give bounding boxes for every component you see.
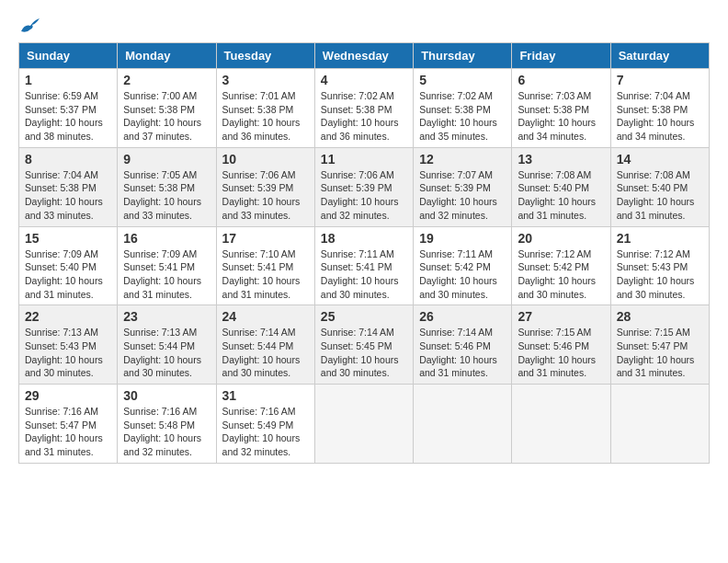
calendar-day-cell	[610, 385, 709, 464]
calendar-week-row: 15 Sunrise: 7:09 AM Sunset: 5:40 PM Dayl…	[19, 226, 710, 305]
day-info: Sunrise: 7:14 AM Sunset: 5:44 PM Dayligh…	[222, 326, 309, 380]
day-info: Sunrise: 7:04 AM Sunset: 5:38 PM Dayligh…	[617, 89, 703, 144]
calendar-day-cell: 11 Sunrise: 7:06 AM Sunset: 5:39 PM Dayl…	[314, 147, 413, 226]
day-number: 16	[123, 231, 210, 246]
day-info: Sunrise: 7:03 AM Sunset: 5:38 PM Dayligh…	[518, 89, 604, 144]
calendar-week-row: 22 Sunrise: 7:13 AM Sunset: 5:43 PM Dayl…	[19, 305, 710, 385]
day-info: Sunrise: 7:12 AM Sunset: 5:43 PM Dayligh…	[617, 247, 703, 302]
calendar-day-cell	[512, 385, 610, 464]
weekday-header: Tuesday	[216, 43, 314, 69]
day-info: Sunrise: 7:16 AM Sunset: 5:49 PM Dayligh…	[222, 405, 309, 459]
weekday-header: Friday	[512, 43, 610, 69]
day-number: 8	[25, 152, 111, 167]
weekday-header: Monday	[118, 43, 216, 69]
day-number: 21	[617, 231, 703, 246]
calendar-week-row: 29 Sunrise: 7:16 AM Sunset: 5:47 PM Dayl…	[19, 385, 710, 464]
calendar-day-cell: 13 Sunrise: 7:08 AM Sunset: 5:40 PM Dayl…	[512, 147, 610, 226]
day-info: Sunrise: 7:09 AM Sunset: 5:41 PM Dayligh…	[123, 247, 210, 302]
day-number: 5	[419, 73, 506, 87]
calendar-day-cell: 31 Sunrise: 7:16 AM Sunset: 5:49 PM Dayl…	[216, 385, 314, 464]
day-info: Sunrise: 7:09 AM Sunset: 5:40 PM Dayligh…	[25, 247, 111, 302]
day-info: Sunrise: 7:06 AM Sunset: 5:39 PM Dayligh…	[222, 168, 309, 223]
day-number: 22	[25, 309, 111, 324]
weekday-header: Sunday	[19, 43, 118, 69]
calendar-day-cell	[414, 385, 512, 464]
calendar-day-cell: 28 Sunrise: 7:15 AM Sunset: 5:47 PM Dayl…	[610, 305, 709, 385]
day-info: Sunrise: 7:15 AM Sunset: 5:46 PM Dayligh…	[518, 326, 604, 380]
calendar-table: SundayMondayTuesdayWednesdayThursdayFrid…	[18, 42, 710, 464]
day-number: 2	[123, 73, 210, 87]
logo-bird-icon	[19, 18, 40, 33]
calendar-day-cell: 10 Sunrise: 7:06 AM Sunset: 5:39 PM Dayl…	[216, 147, 314, 226]
calendar-day-cell	[314, 385, 413, 464]
day-info: Sunrise: 7:14 AM Sunset: 5:45 PM Dayligh…	[321, 326, 407, 380]
day-number: 4	[321, 73, 407, 87]
calendar-day-cell: 20 Sunrise: 7:12 AM Sunset: 5:42 PM Dayl…	[512, 226, 610, 305]
calendar-day-cell: 27 Sunrise: 7:15 AM Sunset: 5:46 PM Dayl…	[512, 305, 610, 385]
day-info: Sunrise: 7:07 AM Sunset: 5:39 PM Dayligh…	[419, 168, 506, 223]
calendar-day-cell: 8 Sunrise: 7:04 AM Sunset: 5:38 PM Dayli…	[19, 147, 118, 226]
calendar-day-cell: 14 Sunrise: 7:08 AM Sunset: 5:40 PM Dayl…	[610, 147, 709, 226]
day-number: 11	[321, 152, 407, 167]
day-info: Sunrise: 7:12 AM Sunset: 5:42 PM Dayligh…	[518, 247, 604, 302]
day-info: Sunrise: 7:15 AM Sunset: 5:47 PM Dayligh…	[617, 326, 703, 380]
day-info: Sunrise: 7:16 AM Sunset: 5:47 PM Dayligh…	[25, 405, 111, 459]
day-number: 12	[419, 152, 506, 167]
day-number: 26	[419, 309, 506, 324]
day-number: 18	[321, 231, 407, 246]
day-info: Sunrise: 7:08 AM Sunset: 5:40 PM Dayligh…	[518, 168, 604, 223]
logo	[18, 18, 40, 33]
day-number: 20	[518, 231, 604, 246]
calendar-header-row: SundayMondayTuesdayWednesdayThursdayFrid…	[19, 43, 710, 69]
day-info: Sunrise: 7:13 AM Sunset: 5:44 PM Dayligh…	[123, 326, 210, 380]
day-info: Sunrise: 7:06 AM Sunset: 5:39 PM Dayligh…	[321, 168, 407, 223]
day-info: Sunrise: 7:16 AM Sunset: 5:48 PM Dayligh…	[123, 405, 210, 459]
day-number: 14	[617, 152, 703, 167]
day-info: Sunrise: 6:59 AM Sunset: 5:37 PM Dayligh…	[25, 89, 111, 144]
day-number: 28	[617, 309, 703, 324]
calendar-day-cell: 29 Sunrise: 7:16 AM Sunset: 5:47 PM Dayl…	[19, 385, 118, 464]
calendar-day-cell: 15 Sunrise: 7:09 AM Sunset: 5:40 PM Dayl…	[19, 226, 118, 305]
day-info: Sunrise: 7:02 AM Sunset: 5:38 PM Dayligh…	[419, 89, 506, 144]
calendar-day-cell: 7 Sunrise: 7:04 AM Sunset: 5:38 PM Dayli…	[610, 69, 709, 148]
day-number: 9	[123, 152, 210, 167]
day-info: Sunrise: 7:11 AM Sunset: 5:41 PM Dayligh…	[321, 247, 407, 302]
calendar-day-cell: 17 Sunrise: 7:10 AM Sunset: 5:41 PM Dayl…	[216, 226, 314, 305]
weekday-header: Saturday	[610, 43, 709, 69]
day-info: Sunrise: 7:14 AM Sunset: 5:46 PM Dayligh…	[419, 326, 506, 380]
day-info: Sunrise: 7:02 AM Sunset: 5:38 PM Dayligh…	[321, 89, 407, 144]
day-number: 15	[25, 231, 111, 246]
day-number: 30	[123, 388, 210, 403]
calendar-day-cell: 22 Sunrise: 7:13 AM Sunset: 5:43 PM Dayl…	[19, 305, 118, 385]
day-number: 10	[222, 152, 309, 167]
calendar-day-cell: 24 Sunrise: 7:14 AM Sunset: 5:44 PM Dayl…	[216, 305, 314, 385]
day-number: 6	[518, 73, 604, 87]
day-info: Sunrise: 7:13 AM Sunset: 5:43 PM Dayligh…	[25, 326, 111, 380]
day-info: Sunrise: 7:00 AM Sunset: 5:38 PM Dayligh…	[123, 89, 210, 144]
day-number: 17	[222, 231, 309, 246]
day-number: 23	[123, 309, 210, 324]
calendar-day-cell: 4 Sunrise: 7:02 AM Sunset: 5:38 PM Dayli…	[314, 69, 413, 148]
day-info: Sunrise: 7:05 AM Sunset: 5:38 PM Dayligh…	[123, 168, 210, 223]
calendar-day-cell: 25 Sunrise: 7:14 AM Sunset: 5:45 PM Dayl…	[314, 305, 413, 385]
day-info: Sunrise: 7:08 AM Sunset: 5:40 PM Dayligh…	[617, 168, 703, 223]
day-info: Sunrise: 7:10 AM Sunset: 5:41 PM Dayligh…	[222, 247, 309, 302]
day-number: 31	[222, 388, 309, 403]
day-number: 29	[25, 388, 111, 403]
day-number: 3	[222, 73, 309, 87]
calendar-day-cell: 16 Sunrise: 7:09 AM Sunset: 5:41 PM Dayl…	[118, 226, 216, 305]
calendar-day-cell: 6 Sunrise: 7:03 AM Sunset: 5:38 PM Dayli…	[512, 69, 610, 148]
weekday-header: Wednesday	[314, 43, 413, 69]
day-number: 19	[419, 231, 506, 246]
calendar-day-cell: 12 Sunrise: 7:07 AM Sunset: 5:39 PM Dayl…	[414, 147, 512, 226]
calendar-day-cell: 18 Sunrise: 7:11 AM Sunset: 5:41 PM Dayl…	[314, 226, 413, 305]
day-number: 1	[25, 73, 111, 87]
calendar-day-cell: 23 Sunrise: 7:13 AM Sunset: 5:44 PM Dayl…	[118, 305, 216, 385]
day-number: 27	[518, 309, 604, 324]
weekday-header: Thursday	[414, 43, 512, 69]
calendar-day-cell: 30 Sunrise: 7:16 AM Sunset: 5:48 PM Dayl…	[118, 385, 216, 464]
calendar-day-cell: 21 Sunrise: 7:12 AM Sunset: 5:43 PM Dayl…	[610, 226, 709, 305]
calendar-day-cell: 9 Sunrise: 7:05 AM Sunset: 5:38 PM Dayli…	[118, 147, 216, 226]
calendar-week-row: 1 Sunrise: 6:59 AM Sunset: 5:37 PM Dayli…	[19, 69, 710, 148]
calendar-week-row: 8 Sunrise: 7:04 AM Sunset: 5:38 PM Dayli…	[19, 147, 710, 226]
